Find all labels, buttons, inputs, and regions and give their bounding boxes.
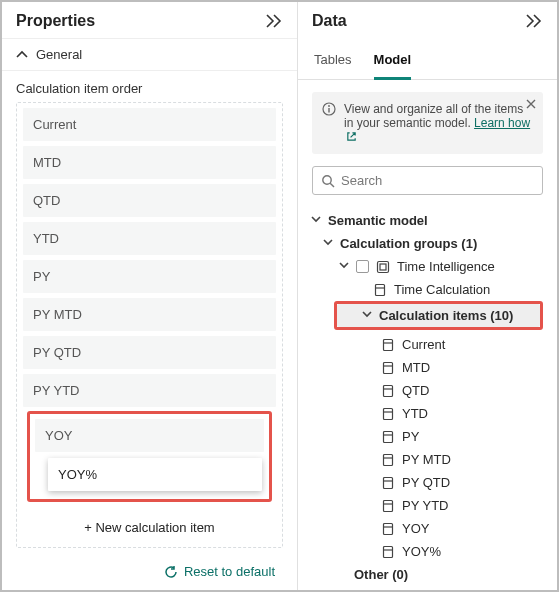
svg-rect-24 bbox=[384, 523, 393, 534]
tree-leaf[interactable]: PY QTD bbox=[306, 471, 551, 494]
search-placeholder: Search bbox=[341, 173, 382, 188]
chevron-down-icon bbox=[361, 308, 373, 323]
info-text: View and organize all of the items in yo… bbox=[344, 102, 533, 144]
calc-item-icon bbox=[380, 384, 396, 398]
chevron-up-icon bbox=[16, 49, 28, 61]
collapse-panel-icon[interactable] bbox=[265, 14, 283, 28]
tree-leaf[interactable]: Current bbox=[306, 333, 551, 356]
highlight-annotation: YOY YOY% bbox=[27, 411, 272, 502]
calc-item-icon bbox=[380, 545, 396, 559]
svg-rect-26 bbox=[384, 546, 393, 557]
order-item[interactable]: PY YTD bbox=[23, 374, 276, 407]
order-item[interactable]: PY MTD bbox=[23, 298, 276, 331]
order-item[interactable]: YOY bbox=[35, 419, 264, 452]
new-calculation-item-button[interactable]: + New calculation item bbox=[17, 508, 282, 547]
svg-rect-8 bbox=[384, 339, 393, 350]
highlight-annotation: Calculation items (10) bbox=[334, 301, 543, 330]
calc-item-icon bbox=[380, 453, 396, 467]
tree-node-time-calculation[interactable]: Time Calculation bbox=[306, 278, 551, 301]
order-item[interactable]: PY bbox=[23, 260, 276, 293]
tree-leaf[interactable]: YOY% bbox=[306, 540, 551, 563]
svg-rect-2 bbox=[328, 108, 329, 113]
chevron-down-icon bbox=[322, 236, 334, 251]
tree-leaf[interactable]: MTD bbox=[306, 356, 551, 379]
reset-to-default-button[interactable]: Reset to default bbox=[2, 556, 297, 587]
learn-how-link[interactable]: Learn how bbox=[474, 116, 530, 130]
search-icon bbox=[321, 174, 335, 188]
calc-item-icon bbox=[380, 476, 396, 490]
calc-item-icon bbox=[380, 522, 396, 536]
calculation-item-order-list: Current MTD QTD YTD PY PY MTD PY QTD PY … bbox=[16, 102, 283, 548]
order-item[interactable]: QTD bbox=[23, 184, 276, 217]
svg-rect-10 bbox=[384, 362, 393, 373]
svg-rect-6 bbox=[376, 284, 385, 295]
calc-item-icon bbox=[380, 338, 396, 352]
calc-item-icon bbox=[380, 499, 396, 513]
collapse-panel-icon[interactable] bbox=[525, 14, 543, 28]
tree-leaf[interactable]: PY bbox=[306, 425, 551, 448]
svg-rect-16 bbox=[384, 431, 393, 442]
tab-model[interactable]: Model bbox=[374, 46, 412, 80]
svg-point-3 bbox=[323, 175, 331, 183]
properties-panel: Properties General Calculation item orde… bbox=[2, 2, 298, 590]
tree-node-other[interactable]: Other (0) bbox=[306, 563, 551, 586]
order-item-dragging[interactable]: YOY% bbox=[48, 458, 262, 491]
svg-point-1 bbox=[328, 105, 330, 107]
svg-rect-12 bbox=[384, 385, 393, 396]
info-icon bbox=[322, 102, 336, 119]
general-label: General bbox=[36, 47, 82, 62]
tree-node-calculation-items[interactable]: Calculation items (10) bbox=[337, 304, 540, 327]
tree-node-time-intelligence[interactable]: Time Intelligence bbox=[306, 255, 551, 278]
search-input[interactable]: Search bbox=[312, 166, 543, 195]
svg-rect-5 bbox=[380, 264, 386, 270]
order-item[interactable]: PY QTD bbox=[23, 336, 276, 369]
checkbox[interactable] bbox=[356, 260, 369, 273]
tree-leaf[interactable]: YOY bbox=[306, 517, 551, 540]
calc-item-icon bbox=[380, 361, 396, 375]
svg-rect-22 bbox=[384, 500, 393, 511]
reset-icon bbox=[164, 565, 178, 579]
order-item[interactable]: MTD bbox=[23, 146, 276, 179]
svg-rect-4 bbox=[378, 261, 389, 272]
general-section-toggle[interactable]: General bbox=[2, 38, 297, 71]
calc-item-icon bbox=[380, 430, 396, 444]
data-header: Data bbox=[298, 2, 557, 38]
chevron-down-icon bbox=[310, 213, 322, 228]
model-tree: Semantic model Calculation groups (1) Ti… bbox=[306, 209, 551, 586]
order-label: Calculation item order bbox=[2, 71, 297, 102]
svg-rect-20 bbox=[384, 477, 393, 488]
tree-leaf[interactable]: QTD bbox=[306, 379, 551, 402]
info-banner: View and organize all of the items in yo… bbox=[312, 92, 543, 154]
data-panel: Data Tables Model View and organize all … bbox=[298, 2, 557, 590]
svg-rect-14 bbox=[384, 408, 393, 419]
chevron-down-icon bbox=[338, 259, 350, 274]
calculation-group-icon bbox=[375, 260, 391, 274]
data-tabs: Tables Model bbox=[298, 38, 557, 80]
calc-item-icon bbox=[380, 407, 396, 421]
tab-tables[interactable]: Tables bbox=[314, 46, 352, 79]
tree-node-root[interactable]: Semantic model bbox=[306, 209, 551, 232]
svg-rect-18 bbox=[384, 454, 393, 465]
close-icon[interactable] bbox=[525, 98, 537, 113]
reset-label: Reset to default bbox=[184, 564, 275, 579]
tree-leaf[interactable]: PY MTD bbox=[306, 448, 551, 471]
data-title: Data bbox=[312, 12, 347, 30]
order-item[interactable]: Current bbox=[23, 108, 276, 141]
properties-header: Properties bbox=[2, 2, 297, 38]
properties-title: Properties bbox=[16, 12, 95, 30]
tree-leaf[interactable]: PY YTD bbox=[306, 494, 551, 517]
order-item[interactable]: YTD bbox=[23, 222, 276, 255]
tree-leaf[interactable]: YTD bbox=[306, 402, 551, 425]
external-link-icon bbox=[346, 131, 357, 142]
tree-node-calc-groups[interactable]: Calculation groups (1) bbox=[306, 232, 551, 255]
column-icon bbox=[372, 283, 388, 297]
